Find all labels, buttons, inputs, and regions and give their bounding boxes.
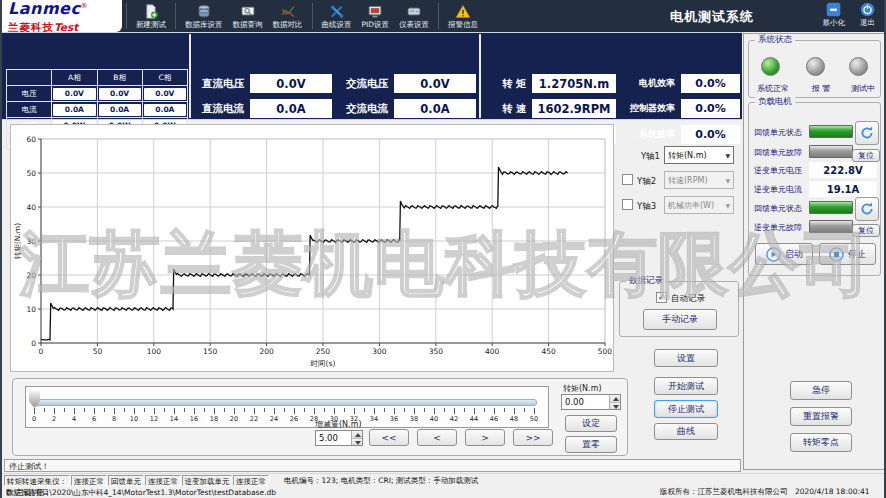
zero-button[interactable]: 置零 [565, 436, 617, 453]
status-segment: 连接正常 [233, 475, 269, 486]
bottom-status-bar: 数据库路径：D:\兰菱\项目\2020\山东中科4_14\MotorTest1.… [2, 486, 886, 498]
torque-zero-button[interactable]: 转矩零点 [790, 433, 852, 452]
ac-meter-label: 交流电压 [336, 77, 388, 91]
motor-start-button[interactable]: 启动 [755, 243, 813, 265]
ruler-tick-label: 22 [247, 415, 261, 423]
ruler-tick [264, 408, 265, 412]
y-axis3-dropdown: 机械功率(W)▼ [664, 196, 734, 214]
svg-text:450: 450 [541, 347, 556, 356]
delta-spinner[interactable]: 5.00 [315, 430, 363, 446]
set-button[interactable]: 设定 [565, 415, 617, 432]
motor-stop-button[interactable]: 停止 [819, 243, 876, 265]
load-motor-value: 19.1A [809, 181, 877, 197]
dc-meter-row: 直流电流0.0A [192, 99, 336, 118]
ruler-tick-label: 24 [267, 415, 281, 423]
step-forward-fast-button[interactable]: >> [513, 429, 553, 446]
step-forward-button[interactable]: > [465, 429, 505, 446]
toolbar-button-data-query[interactable]: 数据查询 [228, 0, 268, 32]
ruler-tick-label: 50 [527, 415, 541, 423]
y-axis3-checkbox[interactable] [622, 199, 633, 210]
mech-meter-label: 转 速 [482, 102, 526, 116]
minimize-button[interactable]: 最小化 [823, 1, 846, 28]
panel-divider [479, 34, 481, 118]
spin-down-icon[interactable] [352, 439, 362, 446]
ruler-tick [124, 408, 125, 412]
auto-record-checkbox[interactable]: ✓ [656, 292, 667, 303]
reset-alarm-button[interactable]: 重置报警 [790, 407, 852, 426]
exit-button[interactable]: 退出 [859, 1, 876, 28]
y-axis1-dropdown[interactable]: 转矩(N.m)▼ [664, 146, 734, 164]
toolbar-button-pid-settings[interactable]: PID设置 [357, 0, 395, 32]
status-segment: 连接正常 [71, 475, 107, 486]
efficiency-meter-column: 电机效率0.0%控制器效率0.0%系统效率0.0% [620, 66, 740, 152]
torque-slider-panel: 0246810121416182022242628303234363840424… [12, 378, 628, 456]
toolbar-button-alarm-info[interactable]: 报警信息 [443, 0, 483, 32]
ruler-tick-label: 40 [427, 415, 441, 423]
spin-up-icon[interactable] [352, 431, 362, 439]
step-back-button[interactable]: < [417, 429, 457, 446]
ruler-tick [464, 408, 465, 412]
status-segment: 逆变加载单元 [182, 475, 232, 486]
toolbar-button-db-settings[interactable]: 数据库设置 [180, 0, 228, 32]
toolbar-button-data-compare[interactable]: 数据对比 [268, 0, 308, 32]
ruler-tick [494, 408, 495, 414]
svg-text:500: 500 [598, 347, 613, 356]
ruler-tick-label: 48 [507, 415, 521, 423]
ruler-tick [404, 408, 405, 412]
spin-up-icon[interactable] [610, 395, 620, 403]
y-axis2-dropdown: 转速(RPM)▼ [664, 171, 734, 189]
eff-meter-row: 系统效率0.0% [620, 125, 740, 144]
ruler-tick [434, 408, 435, 414]
reset-button[interactable]: 复位 [852, 149, 880, 162]
toolbar-button-meter-settings[interactable]: 仪表设置 [394, 0, 434, 32]
svg-text:0: 0 [39, 347, 44, 356]
refresh-icon [859, 201, 875, 217]
toolbar-button-curve-settings[interactable]: 曲线设置 [317, 0, 357, 32]
datetime-text: 2020/4/18 18:00:41 [795, 487, 870, 496]
panel-divider [189, 34, 191, 118]
chevron-down-icon: ▼ [725, 177, 730, 184]
step-back-fast-button[interactable]: << [369, 429, 409, 446]
dc-meter-value: 0.0A [250, 99, 332, 118]
load-motor-groupbox: 负载电机 启动 停止 回馈单元状态回馈单元故障复位逆变单元电压222.8V逆变单… [748, 102, 881, 276]
spinner-arrows[interactable] [609, 395, 620, 409]
stop-icon [829, 247, 844, 262]
status-led-off [806, 57, 825, 76]
ruler-tick [474, 408, 475, 414]
curve-settings-icon [329, 4, 345, 19]
status-bar-indicator-off [809, 220, 853, 233]
ruler-tick [184, 408, 185, 412]
manual-record-button[interactable]: 手动记录 [643, 309, 717, 330]
curve-button[interactable]: 曲线 [654, 423, 718, 440]
torque-time-chart: 0501001502002503003504004505000102030405… [11, 125, 613, 371]
minimize-icon [825, 1, 842, 18]
logo-cn-text: 兰菱科技 [8, 21, 54, 33]
torque-setpoint-spinner[interactable]: 0.00 [561, 394, 621, 410]
ruler-tick-label: 10 [127, 415, 141, 423]
svg-text:60: 60 [26, 135, 36, 144]
spinner-arrows[interactable] [351, 431, 362, 445]
ruler-tick [164, 408, 165, 412]
ruler-tick [234, 408, 235, 414]
eff-meter-label: 控制器效率 [620, 102, 675, 115]
svg-text:时间(s): 时间(s) [311, 359, 336, 368]
emergency-stop-button[interactable]: 急停 [790, 381, 852, 400]
y-axis2-checkbox[interactable] [622, 174, 633, 185]
mech-meter-value: 1602.9RPM [532, 99, 616, 118]
reset-icon-button[interactable] [855, 197, 879, 221]
spin-down-icon[interactable] [610, 403, 620, 410]
reset-icon-button[interactable] [855, 121, 879, 145]
eff-meter-row: 电机效率0.0% [620, 74, 740, 93]
settings-button[interactable]: 设置 [654, 349, 718, 367]
status-led-label: 测试中 [841, 83, 885, 94]
toolbar-button-label: 新建测试 [136, 20, 166, 30]
toolbar-button-new-test[interactable]: 新建测试 [131, 0, 171, 32]
start-test-button[interactable]: 开始测试 [654, 377, 718, 395]
stop-test-button[interactable]: 停止测试 [654, 400, 718, 418]
reset-button[interactable]: 复位 [852, 224, 880, 237]
phase-column-header: C相 [142, 70, 187, 86]
slider-track[interactable] [31, 399, 537, 406]
svg-text:100: 100 [147, 347, 162, 356]
phase-value-cell: 0.0V [142, 86, 187, 102]
load-motor-title: 负载电机 [755, 96, 795, 108]
